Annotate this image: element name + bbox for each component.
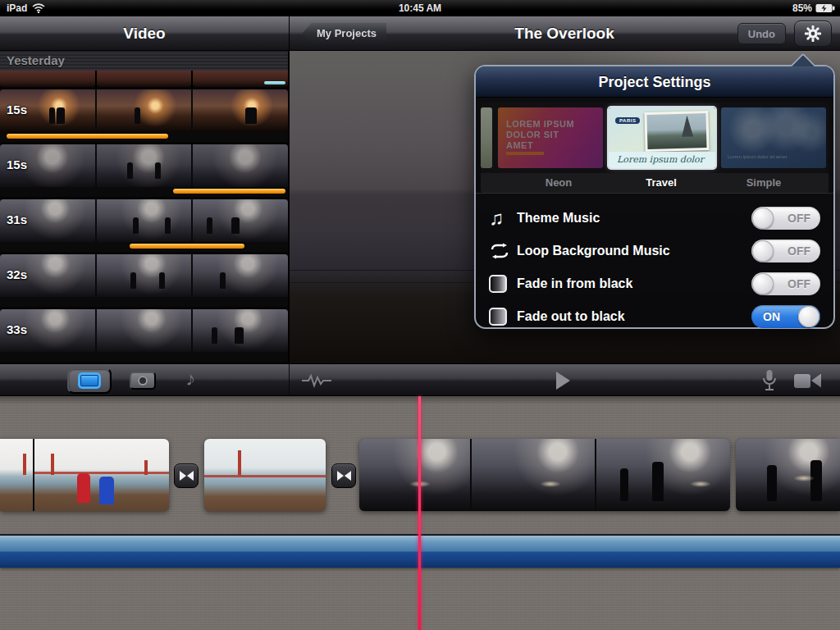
fade-in-toggle[interactable]: OFF: [751, 272, 820, 295]
clip-art: [238, 450, 241, 475]
navigation-bar: Video My Projects The Overlook Undo: [0, 16, 840, 51]
silhouette: [220, 272, 226, 289]
clip-duration: 15s: [7, 103, 27, 116]
section-header-yesterday: Yesterday: [0, 51, 288, 71]
transition-glyph: [187, 471, 194, 481]
video-library-icon: [78, 372, 101, 389]
setting-label: Fade in from black: [517, 276, 751, 291]
theme-thumb-simple[interactable]: Lorem ipsum dolor sit amet: [721, 107, 826, 168]
toggle-knob: [752, 273, 774, 294]
theme-label-neon: Neon: [505, 173, 612, 193]
clip-thumbnail: [193, 254, 288, 297]
clip-duration: 33s: [7, 322, 27, 336]
clip-duration: 15s: [7, 158, 27, 171]
project-timeline[interactable]: [0, 396, 840, 630]
clip-thumbnail: [193, 89, 288, 132]
toggle-knob: [798, 306, 819, 327]
toggle-knob: [752, 208, 774, 229]
theme-art-photo: [644, 111, 709, 152]
theme-thumb-travel[interactable]: PARIS Lorem ipsum dolor: [609, 107, 715, 168]
clip-row[interactable]: 32s: [0, 254, 288, 307]
transition-icon[interactable]: [331, 463, 356, 488]
audio-usage-chip: [264, 81, 285, 84]
library-title: Video: [0, 16, 289, 51]
play-button[interactable]: [556, 372, 570, 390]
setting-label: Theme Music: [517, 211, 751, 226]
record-voiceover-button[interactable]: [761, 369, 778, 395]
theme-thumb-neon[interactable]: LOREM IPSUM DOLOR SIT AMET: [498, 107, 603, 168]
clip-art: [690, 481, 711, 487]
clip-row[interactable]: 15s: [0, 144, 288, 197]
tab-photo-library[interactable]: [130, 372, 156, 390]
timeline-clip-bridge-people[interactable]: [0, 439, 169, 511]
silhouette: [127, 162, 133, 179]
tab-audio-library[interactable]: ♪: [185, 368, 195, 390]
transition-glyph: [345, 471, 351, 481]
eiffel-tower-art: [681, 115, 693, 136]
silhouette: [133, 217, 139, 234]
fade-out-icon: [489, 308, 507, 326]
waveform-toggle-button[interactable]: [302, 372, 331, 391]
clip-row[interactable]: 15s: [0, 89, 288, 142]
loop-background-music-toggle[interactable]: OFF: [751, 240, 820, 262]
clip-row[interactable]: 33s: [0, 309, 288, 362]
clip-art: [23, 454, 26, 475]
silhouette: [159, 272, 165, 289]
silhouette: [245, 107, 257, 124]
clip-thumbnail: [193, 144, 288, 187]
theme-carousel[interactable]: LOREM IPSUM DOLOR SIT AMET PARIS Lorem i…: [481, 103, 829, 173]
clip-frame: [204, 439, 326, 511]
tab-video-library[interactable]: [67, 368, 112, 394]
clip-thumbnail: [97, 144, 192, 187]
transition-glyph: [180, 471, 186, 481]
clip-art: [204, 475, 326, 477]
clip-thumbnail: [97, 309, 192, 352]
transition-icon[interactable]: [174, 463, 199, 488]
clip-frame: [596, 439, 730, 511]
clip-thumbnail: [0, 71, 95, 87]
timeline-clip-bridge[interactable]: [204, 439, 326, 511]
silhouette: [130, 272, 136, 289]
clip-row-partial[interactable]: [0, 71, 288, 87]
project-settings-button[interactable]: [794, 21, 832, 47]
silhouette: [135, 107, 140, 124]
timeline-clip-overlook-2[interactable]: [736, 439, 840, 511]
camcorder-icon: [794, 374, 810, 388]
silhouette: [212, 327, 217, 344]
clip-art: [144, 460, 148, 475]
theme-label-strip: Neon Travel Simple: [481, 173, 829, 193]
clip-row[interactable]: 31s: [0, 199, 288, 252]
record-camera-button[interactable]: [794, 372, 825, 389]
theme-music-toggle[interactable]: OFF: [751, 207, 820, 230]
theme-label-simple: Simple: [710, 173, 817, 193]
clip-thumbnail: [193, 309, 288, 352]
music-note-icon: ♫: [489, 208, 504, 228]
clip-frame: [34, 439, 169, 511]
loop-icon: [489, 243, 510, 259]
playhead[interactable]: [418, 396, 421, 630]
toggle-knob: [752, 240, 774, 262]
silhouette: [57, 107, 65, 124]
clip-thumbnail: [97, 89, 192, 132]
toggle-state-label: OFF: [788, 272, 810, 295]
clip-thumbnail: [193, 199, 288, 242]
theme-art-text: LOREM IPSUM DOLOR SIT AMET: [506, 119, 588, 151]
clip-frame: [0, 439, 33, 511]
silhouette: [49, 107, 55, 124]
clip-duration: 32s: [7, 267, 27, 281]
timeline-clip-overlook[interactable]: [359, 439, 730, 511]
theme-thumb-partial-left[interactable]: [481, 107, 492, 168]
project-settings-popover: Project Settings LOREM IPSUM DOLOR SIT A…: [474, 65, 835, 329]
setting-row-theme-music: ♫ Theme Music OFF: [489, 202, 820, 235]
fade-out-toggle[interactable]: ON: [751, 305, 820, 328]
clip-thumbnail: [193, 71, 288, 87]
camera-icon: [138, 376, 148, 386]
theme-art-tag: PARIS: [615, 117, 640, 124]
undo-button[interactable]: Undo: [737, 23, 786, 44]
silhouette: [155, 162, 161, 179]
battery-percent: 85%: [792, 2, 812, 14]
setting-label: Loop Background Music: [517, 244, 751, 258]
used-range-bar: [173, 189, 285, 194]
clip-thumbnail: [97, 71, 192, 87]
clip-thumbnail: [97, 199, 192, 242]
